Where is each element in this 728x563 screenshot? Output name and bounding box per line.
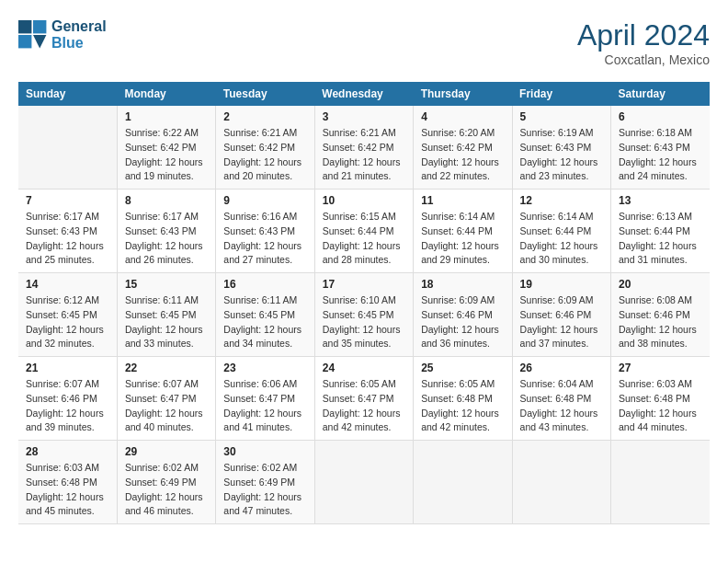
- calendar-cell: 11 Sunrise: 6:14 AM Sunset: 6:44 PM Dayl…: [414, 190, 512, 273]
- sunrise: Sunrise: 6:21 AM: [223, 126, 306, 141]
- day-info: Sunrise: 6:14 AM Sunset: 6:44 PM Dayligh…: [520, 210, 603, 268]
- sunset: Sunset: 6:43 PM: [223, 224, 306, 239]
- month-title: April 2024: [577, 18, 710, 52]
- sunrise: Sunrise: 6:21 AM: [323, 126, 405, 141]
- sunrise: Sunrise: 6:09 AM: [520, 293, 603, 308]
- sunset: Sunset: 6:49 PM: [223, 476, 306, 490]
- calendar-cell: 27 Sunrise: 6:03 AM Sunset: 6:48 PM Dayl…: [611, 357, 710, 441]
- daylight: Daylight: 12 hours and 37 minutes.: [520, 323, 603, 352]
- sunset: Sunset: 6:45 PM: [323, 308, 405, 323]
- sunset: Sunset: 6:44 PM: [619, 224, 702, 239]
- day-info: Sunrise: 6:21 AM Sunset: 6:42 PM Dayligh…: [323, 126, 405, 184]
- calendar-cell: 23 Sunrise: 6:06 AM Sunset: 6:47 PM Dayl…: [216, 357, 314, 441]
- sunset: Sunset: 6:45 PM: [223, 308, 306, 323]
- day-info: Sunrise: 6:17 AM Sunset: 6:43 PM Dayligh…: [125, 210, 208, 268]
- day-number: 7: [26, 194, 109, 207]
- sunset: Sunset: 6:47 PM: [323, 392, 405, 407]
- calendar-cell: 2 Sunrise: 6:21 AM Sunset: 6:42 PM Dayli…: [216, 106, 314, 190]
- day-number: 1: [125, 110, 208, 123]
- daylight: Daylight: 12 hours and 47 minutes.: [223, 490, 306, 520]
- header-row: Sunday Monday Tuesday Wednesday Thursday…: [18, 82, 710, 106]
- sunset: Sunset: 6:42 PM: [125, 141, 208, 155]
- day-number: 8: [125, 194, 208, 207]
- sunrise: Sunrise: 6:19 AM: [520, 126, 603, 141]
- day-number: 9: [223, 194, 306, 207]
- calendar-cell: 1 Sunrise: 6:22 AM Sunset: 6:42 PM Dayli…: [117, 106, 215, 190]
- calendar-body: 1 Sunrise: 6:22 AM Sunset: 6:42 PM Dayli…: [18, 106, 710, 524]
- day-info: Sunrise: 6:05 AM Sunset: 6:47 PM Dayligh…: [323, 377, 405, 435]
- header-sunday: Sunday: [18, 82, 117, 106]
- daylight: Daylight: 12 hours and 24 minutes.: [619, 155, 702, 185]
- sunrise: Sunrise: 6:07 AM: [125, 377, 208, 392]
- sunset: Sunset: 6:43 PM: [125, 224, 208, 239]
- calendar-cell: 6 Sunrise: 6:18 AM Sunset: 6:43 PM Dayli…: [611, 106, 710, 190]
- calendar-cell: 24 Sunrise: 6:05 AM Sunset: 6:47 PM Dayl…: [314, 357, 413, 441]
- daylight: Daylight: 12 hours and 33 minutes.: [125, 323, 208, 352]
- day-info: Sunrise: 6:02 AM Sunset: 6:49 PM Dayligh…: [223, 461, 306, 519]
- daylight: Daylight: 12 hours and 36 minutes.: [421, 323, 504, 352]
- logo-text-line2: Blue: [51, 35, 107, 52]
- day-number: 26: [520, 362, 603, 374]
- calendar-cell: 16 Sunrise: 6:11 AM Sunset: 6:45 PM Dayl…: [216, 273, 314, 357]
- calendar-cell: 13 Sunrise: 6:13 AM Sunset: 6:44 PM Dayl…: [611, 190, 710, 273]
- daylight: Daylight: 12 hours and 21 minutes.: [323, 155, 405, 185]
- day-info: Sunrise: 6:16 AM Sunset: 6:43 PM Dayligh…: [223, 210, 306, 268]
- day-number: 29: [125, 445, 208, 458]
- day-number: 10: [323, 194, 405, 207]
- daylight: Daylight: 12 hours and 22 minutes.: [421, 155, 504, 185]
- day-info: Sunrise: 6:19 AM Sunset: 6:43 PM Dayligh…: [520, 126, 603, 184]
- sunrise: Sunrise: 6:11 AM: [125, 293, 208, 308]
- sunset: Sunset: 6:46 PM: [520, 308, 603, 323]
- day-number: 23: [223, 362, 306, 374]
- sunrise: Sunrise: 6:20 AM: [421, 126, 504, 141]
- day-info: Sunrise: 6:22 AM Sunset: 6:42 PM Dayligh…: [125, 126, 208, 184]
- calendar-cell: [512, 441, 610, 524]
- day-info: Sunrise: 6:11 AM Sunset: 6:45 PM Dayligh…: [125, 293, 208, 351]
- svg-rect-0: [18, 20, 31, 33]
- svg-rect-2: [18, 35, 31, 48]
- day-number: 18: [421, 278, 504, 291]
- sunset: Sunset: 6:45 PM: [125, 308, 208, 323]
- sunset: Sunset: 6:46 PM: [26, 392, 109, 407]
- calendar-cell: 19 Sunrise: 6:09 AM Sunset: 6:46 PM Dayl…: [512, 273, 610, 357]
- daylight: Daylight: 12 hours and 23 minutes.: [520, 155, 603, 185]
- sunset: Sunset: 6:49 PM: [125, 476, 208, 490]
- day-info: Sunrise: 6:13 AM Sunset: 6:44 PM Dayligh…: [619, 210, 702, 268]
- logo: General Blue: [18, 18, 107, 52]
- daylight: Daylight: 12 hours and 29 minutes.: [421, 239, 504, 269]
- logo-icon: [18, 20, 48, 50]
- sunrise: Sunrise: 6:08 AM: [619, 293, 702, 308]
- day-info: Sunrise: 6:09 AM Sunset: 6:46 PM Dayligh…: [520, 293, 603, 351]
- day-info: Sunrise: 6:07 AM Sunset: 6:47 PM Dayligh…: [125, 377, 208, 435]
- calendar-cell: 7 Sunrise: 6:17 AM Sunset: 6:43 PM Dayli…: [18, 190, 117, 273]
- sunrise: Sunrise: 6:02 AM: [125, 461, 208, 476]
- daylight: Daylight: 12 hours and 40 minutes.: [125, 407, 208, 436]
- day-info: Sunrise: 6:18 AM Sunset: 6:43 PM Dayligh…: [619, 126, 702, 184]
- day-info: Sunrise: 6:03 AM Sunset: 6:48 PM Dayligh…: [26, 461, 109, 519]
- sunset: Sunset: 6:42 PM: [323, 141, 405, 155]
- sunset: Sunset: 6:43 PM: [26, 224, 109, 239]
- calendar-cell: 5 Sunrise: 6:19 AM Sunset: 6:43 PM Dayli…: [512, 106, 610, 190]
- daylight: Daylight: 12 hours and 30 minutes.: [520, 239, 603, 269]
- sunset: Sunset: 6:48 PM: [520, 392, 603, 407]
- sunrise: Sunrise: 6:07 AM: [26, 377, 109, 392]
- day-number: 19: [520, 278, 603, 291]
- day-info: Sunrise: 6:05 AM Sunset: 6:48 PM Dayligh…: [421, 377, 504, 435]
- day-info: Sunrise: 6:08 AM Sunset: 6:46 PM Dayligh…: [619, 293, 702, 351]
- page-header: General Blue April 2024 Coxcatlan, Mexic…: [18, 18, 710, 67]
- sunrise: Sunrise: 6:17 AM: [26, 210, 109, 224]
- calendar-cell: 21 Sunrise: 6:07 AM Sunset: 6:46 PM Dayl…: [18, 357, 117, 441]
- sunset: Sunset: 6:48 PM: [26, 476, 109, 490]
- sunset: Sunset: 6:48 PM: [421, 392, 504, 407]
- sunset: Sunset: 6:47 PM: [223, 392, 306, 407]
- svg-rect-1: [33, 20, 46, 33]
- sunrise: Sunrise: 6:12 AM: [26, 293, 109, 308]
- calendar-cell: 28 Sunrise: 6:03 AM Sunset: 6:48 PM Dayl…: [18, 441, 117, 524]
- day-number: 13: [619, 194, 702, 207]
- daylight: Daylight: 12 hours and 26 minutes.: [125, 239, 208, 269]
- week-row-4: 28 Sunrise: 6:03 AM Sunset: 6:48 PM Dayl…: [18, 441, 710, 524]
- sunset: Sunset: 6:46 PM: [421, 308, 504, 323]
- day-info: Sunrise: 6:02 AM Sunset: 6:49 PM Dayligh…: [125, 461, 208, 519]
- sunrise: Sunrise: 6:17 AM: [125, 210, 208, 224]
- week-row-3: 21 Sunrise: 6:07 AM Sunset: 6:46 PM Dayl…: [18, 357, 710, 441]
